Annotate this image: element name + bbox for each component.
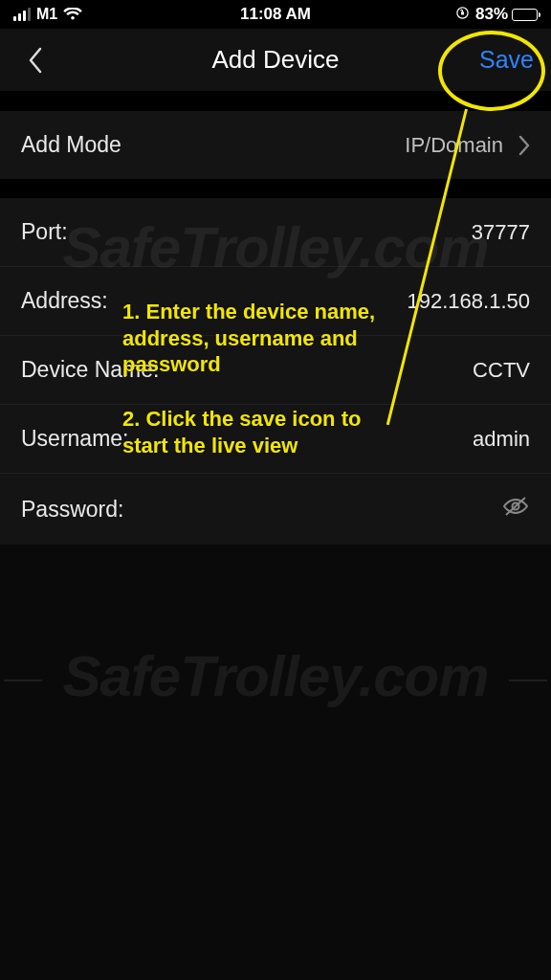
chevron-right-icon	[518, 135, 530, 156]
username-label: Username:	[21, 426, 128, 452]
svg-rect-1	[461, 11, 464, 14]
port-row[interactable]: Port: 37777	[0, 198, 551, 267]
status-bar: M1 11:08 AM 83%	[0, 0, 551, 29]
add-mode-value: IP/Domain	[405, 133, 503, 158]
battery-icon	[512, 9, 538, 21]
save-button[interactable]: Save	[479, 29, 534, 91]
back-button[interactable]	[13, 29, 56, 91]
chevron-left-icon	[27, 46, 43, 75]
password-label: Password:	[21, 497, 123, 523]
port-label: Port:	[21, 219, 68, 245]
watermark-rule	[509, 679, 547, 681]
cellular-signal-icon	[13, 8, 31, 21]
device-name-row[interactable]: Device Name: CCTV	[0, 336, 551, 405]
device-name-value: CCTV	[473, 358, 530, 383]
address-value: 192.168.1.50	[408, 289, 530, 314]
rotation-lock-icon	[455, 6, 470, 23]
device-name-label: Device Name:	[21, 357, 159, 383]
address-label: Address:	[21, 288, 108, 314]
eye-off-icon[interactable]	[501, 495, 530, 523]
port-value: 37777	[472, 220, 530, 245]
add-mode-label: Add Mode	[21, 132, 121, 158]
watermark-rule	[4, 679, 42, 681]
page-title: Add Device	[212, 45, 340, 75]
address-row[interactable]: Address: 192.168.1.50	[0, 267, 551, 336]
nav-header: Add Device Save	[0, 29, 551, 92]
username-value: admin	[473, 427, 530, 452]
password-row[interactable]: Password:	[0, 474, 551, 545]
battery-percent: 83%	[475, 5, 508, 24]
watermark-text: SafeTrolley.com	[0, 643, 551, 709]
username-row[interactable]: Username: admin	[0, 405, 551, 474]
carrier-label: M1	[36, 6, 57, 23]
add-mode-row[interactable]: Add Mode IP/Domain	[0, 111, 551, 179]
wifi-icon	[63, 8, 82, 21]
